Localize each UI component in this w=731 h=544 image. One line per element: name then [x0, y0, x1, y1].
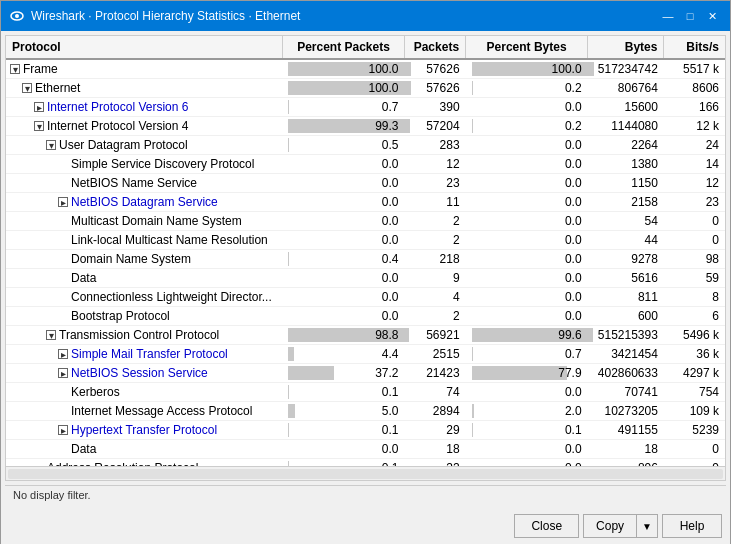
packets-cell: 4 — [405, 288, 466, 307]
hscroll-bar[interactable] — [8, 469, 723, 479]
close-button[interactable]: Close — [514, 514, 579, 538]
pct-bytes-value: 0.0 — [472, 442, 582, 456]
pct-bytes-cell: 0.7 — [466, 345, 588, 364]
protocol-label: Address Resolution Protocol — [47, 461, 198, 466]
packets-cell: 9 — [405, 269, 466, 288]
bits-cell: 166 — [664, 98, 725, 117]
pct-packets-value: 100.0 — [288, 62, 398, 76]
titlebar-left: Wireshark · Protocol Hierarchy Statistic… — [9, 8, 300, 24]
table-row: Domain Name System0.42180.0927898 — [6, 250, 725, 269]
expand-icon[interactable]: ▾ — [46, 330, 56, 340]
bits-cell: 0 — [664, 212, 725, 231]
bytes-cell: 517234742 — [588, 59, 664, 79]
table-content: Protocol Percent Packets Packets Percent… — [5, 35, 726, 481]
expand-icon[interactable]: ▾ — [46, 140, 56, 150]
status-bar: No display filter. — [5, 485, 726, 504]
expand-icon[interactable]: ▾ — [34, 121, 44, 131]
header-bytes[interactable]: Bytes — [588, 36, 664, 59]
bits-cell: 0 — [664, 231, 725, 250]
pct-packets-cell: 100.0 — [282, 79, 404, 98]
protocol-name-cell: Data — [6, 440, 282, 459]
header-pct-bytes[interactable]: Percent Bytes — [466, 36, 588, 59]
header-bits[interactable]: Bits/s — [664, 36, 725, 59]
pct-packets-cell: 0.1 — [282, 459, 404, 467]
main-window: Wireshark · Protocol Hierarchy Statistic… — [0, 0, 731, 544]
footer-buttons: Close Copy ▼ Help — [1, 508, 730, 544]
pct-bytes-cell: 0.0 — [466, 136, 588, 155]
pct-packets-cell: 0.0 — [282, 174, 404, 193]
packets-cell: 2 — [405, 212, 466, 231]
packets-cell: 390 — [405, 98, 466, 117]
pct-bytes-value: 0.0 — [472, 385, 582, 399]
bits-cell: 14 — [664, 155, 725, 174]
table-row: NetBIOS Name Service0.0230.0115012 — [6, 174, 725, 193]
protocol-name-cell: Connectionless Lightweight Director... — [6, 288, 282, 307]
pct-bytes-value: 99.6 — [472, 328, 582, 342]
pct-bytes-value: 0.0 — [472, 176, 582, 190]
pct-bytes-cell: 0.0 — [466, 231, 588, 250]
app-icon — [9, 8, 25, 24]
pct-packets-value: 0.5 — [288, 138, 398, 152]
bits-cell: 4297 k — [664, 364, 725, 383]
expand-icon[interactable]: ▸ — [58, 368, 68, 378]
packets-cell: 57626 — [405, 79, 466, 98]
copy-button[interactable]: Copy — [584, 515, 636, 537]
pct-bytes-value: 0.0 — [472, 252, 582, 266]
protocol-name-cell: Internet Message Access Protocol — [6, 402, 282, 421]
maximize-button[interactable]: □ — [680, 6, 700, 26]
bytes-cell: 1380 — [588, 155, 664, 174]
pct-bytes-value: 0.2 — [472, 81, 582, 95]
expand-icon[interactable]: ▸ — [58, 425, 68, 435]
packets-cell: 29 — [405, 421, 466, 440]
expand-icon[interactable]: ▸ — [58, 349, 68, 359]
bytes-cell: 600 — [588, 307, 664, 326]
pct-packets-cell: 4.4 — [282, 345, 404, 364]
header-packets[interactable]: Packets — [405, 36, 466, 59]
table-row: Address Resolution Protocol0.1320.08969 — [6, 459, 725, 467]
table-row: ▾User Datagram Protocol0.52830.0226424 — [6, 136, 725, 155]
pct-packets-value: 0.1 — [288, 461, 398, 466]
pct-packets-value: 98.8 — [288, 328, 398, 342]
protocol-label: Link-local Multicast Name Resolution — [71, 233, 268, 247]
pct-packets-cell: 0.0 — [282, 288, 404, 307]
table-row: Internet Message Access Protocol5.028942… — [6, 402, 725, 421]
packets-cell: 218 — [405, 250, 466, 269]
expand-icon[interactable]: ▸ — [34, 102, 44, 112]
pct-bytes-value: 0.0 — [472, 138, 582, 152]
protocol-name-cell: NetBIOS Name Service — [6, 174, 282, 193]
bytes-cell: 10273205 — [588, 402, 664, 421]
horizontal-scrollbar[interactable] — [6, 466, 725, 480]
table-container[interactable]: Protocol Percent Packets Packets Percent… — [6, 36, 725, 466]
expand-icon[interactable]: ▾ — [22, 83, 32, 93]
bits-cell: 5496 k — [664, 326, 725, 345]
protocol-label: Internet Message Access Protocol — [71, 404, 252, 418]
protocol-name-cell: ▸NetBIOS Session Service — [6, 364, 282, 383]
table-row: Simple Service Discovery Protocol0.0120.… — [6, 155, 725, 174]
table-row: Data0.0180.0180 — [6, 440, 725, 459]
bytes-cell: 70741 — [588, 383, 664, 402]
protocol-name-cell: Simple Service Discovery Protocol — [6, 155, 282, 174]
pct-packets-cell: 0.0 — [282, 231, 404, 250]
help-button[interactable]: Help — [662, 514, 722, 538]
pct-bytes-cell: 0.0 — [466, 383, 588, 402]
header-protocol[interactable]: Protocol — [6, 36, 282, 59]
bits-cell: 9 — [664, 459, 725, 467]
bits-cell: 109 k — [664, 402, 725, 421]
table-row: Bootstrap Protocol0.020.06006 — [6, 307, 725, 326]
copy-dropdown-button[interactable]: ▼ — [636, 515, 657, 537]
pct-packets-value: 0.0 — [288, 309, 398, 323]
expand-icon[interactable]: ▸ — [58, 197, 68, 207]
protocol-name-cell: Data — [6, 269, 282, 288]
protocol-label: Bootstrap Protocol — [71, 309, 170, 323]
expand-icon[interactable]: ▾ — [10, 64, 20, 74]
close-window-button[interactable]: ✕ — [702, 6, 722, 26]
pct-bytes-cell: 0.0 — [466, 250, 588, 269]
table-row: Connectionless Lightweight Director...0.… — [6, 288, 725, 307]
pct-packets-value: 0.1 — [288, 385, 398, 399]
header-pct-packets[interactable]: Percent Packets — [282, 36, 404, 59]
bits-cell: 24 — [664, 136, 725, 155]
svg-point-1 — [15, 14, 19, 18]
minimize-button[interactable]: — — [658, 6, 678, 26]
protocol-name-cell: ▸NetBIOS Datagram Service — [6, 193, 282, 212]
table-row: Data0.090.0561659 — [6, 269, 725, 288]
